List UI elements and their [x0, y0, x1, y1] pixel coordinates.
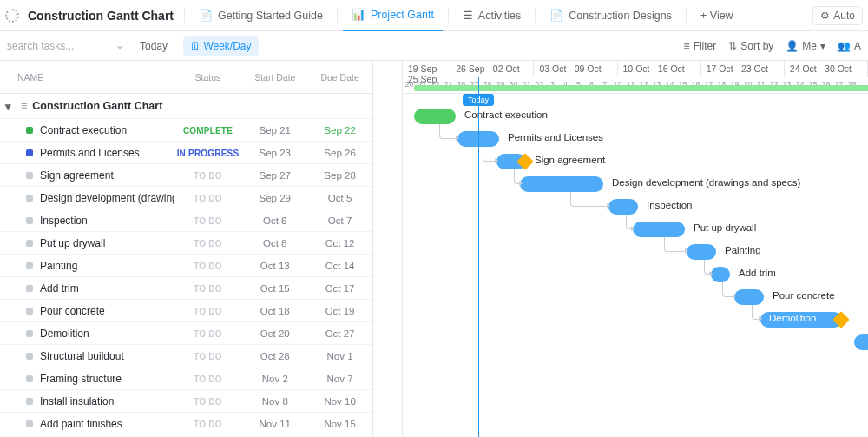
status-badge[interactable]: TO DO	[194, 262, 221, 271]
due-date[interactable]: Oct 19	[326, 306, 355, 316]
status-dot-icon	[26, 217, 33, 224]
gantt-bar[interactable]	[854, 334, 868, 350]
task-row[interactable]: Sign agreementTO DOSep 27Sep 28	[0, 163, 372, 186]
task-row[interactable]: Contract executionCOMPLETESep 21Sep 22	[0, 118, 372, 141]
search-input[interactable]	[7, 36, 124, 56]
status-badge[interactable]: TO DO	[194, 352, 221, 361]
group-header[interactable]: ▾ ≡ Construction Gantt Chart	[0, 94, 372, 118]
due-date[interactable]: Oct 12	[326, 238, 355, 248]
task-row[interactable]: Put up drywallTO DOOct 8Oct 12	[0, 231, 372, 254]
automation-button[interactable]: ⚙ Auto	[812, 6, 863, 25]
start-date[interactable]: Oct 20	[260, 328, 290, 339]
tab-project-gantt[interactable]: 📊Project Gantt	[343, 0, 443, 31]
start-date[interactable]: Oct 15	[260, 283, 290, 294]
start-date[interactable]: Oct 18	[260, 306, 290, 316]
gantt-row: Install insulation	[403, 377, 868, 400]
task-row[interactable]: InspectionTO DOOct 6Oct 7	[0, 209, 372, 231]
due-date[interactable]: Sep 26	[324, 148, 355, 158]
due-date[interactable]: Oct 7	[328, 215, 352, 226]
due-date[interactable]: Sep 28	[324, 170, 355, 181]
chevron-down-icon[interactable]: ⌄	[115, 39, 124, 51]
add-view-button[interactable]: + View	[692, 0, 742, 31]
arrow-icon	[759, 316, 762, 321]
tab-getting-started-guide[interactable]: 📄Getting Started Guide	[190, 0, 332, 31]
due-date[interactable]: Sep 22	[324, 125, 355, 136]
col-header-status[interactable]: Status	[174, 72, 243, 83]
status-badge[interactable]: TO DO	[194, 420, 221, 429]
due-date[interactable]: Nov 10	[324, 396, 355, 407]
weekday-toggle[interactable]: 🗓 Week/Day	[183, 36, 258, 56]
status-badge[interactable]: TO DO	[194, 194, 221, 203]
start-date[interactable]: Nov 11	[260, 419, 291, 429]
status-badge[interactable]: COMPLETE	[183, 126, 233, 136]
gantt-bar[interactable]	[633, 222, 685, 237]
summary-bar[interactable]	[414, 85, 868, 91]
status-badge[interactable]: TO DO	[194, 374, 221, 384]
col-header-name[interactable]: NAME	[0, 72, 174, 83]
status-badge[interactable]: TO DO	[194, 216, 221, 226]
gantt-body[interactable]: Contract executionPermits and LicensesSi…	[403, 106, 868, 422]
assignee-filter-button[interactable]: 👥 A	[838, 40, 861, 52]
gantt-bar-label: Design development (drawings and specs)	[612, 177, 800, 188]
due-date[interactable]: Oct 14	[326, 261, 355, 271]
task-row[interactable]: Pour concreteTO DOOct 18Oct 19	[0, 299, 372, 321]
start-date[interactable]: Oct 13	[260, 261, 290, 271]
status-badge[interactable]: TO DO	[194, 284, 221, 294]
gantt-bar-label: Pour concrete	[773, 290, 835, 301]
week-header: 03 Oct - 09 Oct	[534, 61, 617, 77]
due-date[interactable]: Oct 5	[328, 193, 352, 203]
gantt-row: Design development (drawings and specs)	[403, 174, 868, 196]
start-date[interactable]: Nov 8	[262, 396, 288, 407]
gantt-bar[interactable]	[608, 199, 638, 215]
start-date[interactable]: Nov 2	[262, 374, 288, 384]
start-date[interactable]: Oct 8	[263, 238, 286, 248]
task-row[interactable]: Permits and LicensesIN PROGRESSSep 23Sep…	[0, 141, 372, 163]
gantt-bar[interactable]	[687, 244, 716, 260]
status-badge[interactable]: TO DO	[194, 329, 221, 339]
status-dot-icon	[26, 172, 33, 179]
filter-button[interactable]: ≡ Filter	[684, 40, 717, 52]
gantt-bar[interactable]	[711, 267, 730, 282]
task-row[interactable]: Install insulationTO DONov 8Nov 10	[0, 389, 372, 412]
due-date[interactable]: Oct 27	[326, 328, 355, 339]
task-row[interactable]: Framing structureTO DONov 2Nov 7	[0, 367, 372, 389]
tab-icon: 📄	[549, 9, 563, 22]
tab-construction-designs[interactable]: 📄Construction Designs	[541, 0, 681, 31]
task-row[interactable]: Add trimTO DOOct 15Oct 17	[0, 276, 372, 299]
due-date[interactable]: Nov 7	[327, 374, 353, 384]
gantt-bar-label: Painting	[725, 245, 761, 255]
task-row[interactable]: Structural buildoutTO DOOct 28Nov 1	[0, 344, 372, 367]
task-row[interactable]: Design development (drawings a…TO DOSep …	[0, 186, 372, 209]
today-button[interactable]: Today	[133, 36, 174, 56]
task-row[interactable]: PaintingTO DOOct 13Oct 14	[0, 254, 372, 276]
gantt-bar-label: Contract execution	[464, 109, 548, 120]
gantt-bar[interactable]	[734, 289, 764, 305]
start-date[interactable]: Sep 27	[260, 170, 291, 181]
horizontal-scroll-gutter[interactable]	[373, 61, 403, 437]
gantt-panel: 19 Sep - 25 Sep26 Sep - 02 Oct03 Oct - 0…	[373, 61, 868, 437]
start-date[interactable]: Oct 6	[263, 215, 286, 226]
status-badge[interactable]: TO DO	[194, 307, 221, 316]
me-filter-button[interactable]: 👤 Me ▾	[786, 40, 825, 52]
start-date[interactable]: Sep 21	[260, 125, 291, 136]
col-header-start[interactable]: Start Date	[242, 72, 307, 83]
collapse-caret-icon[interactable]: ▾	[5, 100, 16, 113]
status-badge[interactable]: TO DO	[194, 239, 221, 248]
status-badge[interactable]: IN PROGRESS	[177, 149, 240, 158]
col-header-due[interactable]: Due Date	[307, 72, 372, 83]
due-date[interactable]: Nov 15	[324, 419, 355, 429]
status-badge[interactable]: TO DO	[194, 171, 221, 181]
status-badge[interactable]: TO DO	[194, 397, 221, 407]
start-date[interactable]: Sep 23	[260, 148, 291, 158]
tab-activities[interactable]: ☰Activities	[454, 0, 529, 31]
sortby-button[interactable]: ⇅ Sort by	[728, 40, 773, 52]
due-date[interactable]: Nov 1	[327, 351, 353, 361]
task-row[interactable]: DemolitionTO DOOct 20Oct 27	[0, 321, 372, 344]
start-date[interactable]: Oct 28	[260, 351, 290, 361]
gantt-bar[interactable]	[414, 109, 456, 124]
gantt-bar[interactable]	[520, 176, 603, 192]
task-row[interactable]: Add paint finishesTO DONov 11Nov 15	[0, 412, 372, 434]
gantt-row: Permits and Licenses	[403, 129, 868, 151]
start-date[interactable]: Sep 29	[260, 193, 291, 203]
due-date[interactable]: Oct 17	[326, 283, 355, 294]
